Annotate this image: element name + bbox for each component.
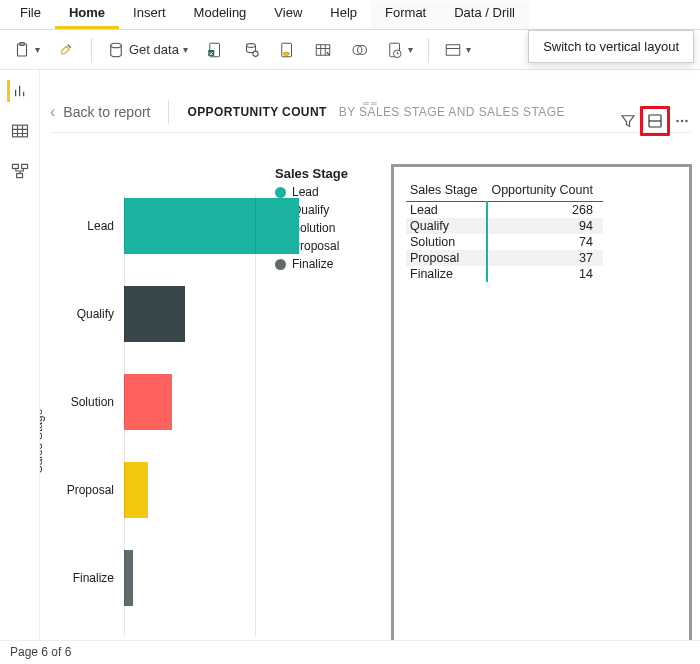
enter-data-button[interactable] (309, 38, 337, 62)
switch-layout-button[interactable] (645, 111, 665, 131)
data-hub-icon (242, 41, 260, 59)
database-icon (107, 41, 125, 59)
model-view-button[interactable] (9, 160, 31, 182)
paste-button[interactable]: ▾ (8, 38, 45, 62)
bar-category-label: Finalize (54, 571, 124, 585)
bar-row[interactable]: Lead (124, 196, 299, 256)
bar-row[interactable]: Solution (124, 372, 172, 432)
ribbon: ▾ Get data ▾ (0, 30, 700, 70)
table-header[interactable]: Opportunity Count (487, 181, 602, 202)
svg-point-21 (681, 120, 683, 122)
bar-row[interactable]: Qualify (124, 284, 185, 344)
cell-count: 94 (487, 218, 602, 234)
chevron-down-icon: ▾ (466, 44, 471, 55)
table-row[interactable]: Lead268 (406, 202, 603, 219)
drag-handle[interactable]: ══ (351, 100, 391, 106)
status-bar: Page 6 of 6 (0, 640, 700, 664)
tooltip: Switch to vertical layout (528, 30, 694, 63)
enter-data-icon (314, 41, 332, 59)
data-view-button[interactable] (9, 120, 31, 142)
menu-modeling[interactable]: Modeling (180, 1, 261, 29)
menu-home[interactable]: Home (55, 1, 119, 29)
excel-icon (206, 41, 224, 59)
back-to-report-link[interactable]: ‹ Back to report (50, 103, 150, 121)
menu-data-drill[interactable]: Data / Drill (440, 1, 529, 29)
menu-format[interactable]: Format (371, 1, 440, 29)
cell-stage: Proposal (406, 250, 487, 266)
chevron-down-icon: ▾ (35, 44, 40, 55)
tooltip-text: Switch to vertical layout (543, 39, 679, 54)
table-row[interactable]: Solution74 (406, 234, 603, 250)
ribbon-separator (91, 38, 92, 62)
svg-rect-15 (12, 125, 27, 137)
svg-point-22 (685, 120, 687, 122)
recent-icon (386, 41, 404, 59)
cell-stage: Finalize (406, 266, 487, 282)
sql-button[interactable] (273, 38, 301, 62)
nav-rail (0, 70, 40, 640)
bar-row[interactable]: Proposal (124, 460, 148, 520)
table-row[interactable]: Proposal37 (406, 250, 603, 266)
data-table-pane[interactable]: Sales StageOpportunity Count Lead268Qual… (391, 164, 692, 640)
table-row[interactable]: Qualify94 (406, 218, 603, 234)
more-options-button[interactable] (672, 111, 692, 131)
menu-insert[interactable]: Insert (119, 1, 180, 29)
separator (168, 100, 169, 124)
chart-area[interactable]: Sales Stage LeadQualifySolutionProposalF… (50, 176, 330, 640)
chart-pane: Sales Stage LeadQualifySolutionProposalF… (50, 164, 385, 640)
svg-point-6 (253, 51, 258, 56)
chevron-left-icon: ‹ (50, 103, 55, 121)
bar-rect (124, 374, 172, 430)
gridline (255, 194, 256, 636)
page-indicator: Page 6 of 6 (10, 645, 71, 659)
visual-title: OPPORTUNITY COUNT (187, 105, 326, 119)
visual-content: Sales Stage LeadQualifySolutionProposalF… (50, 164, 692, 640)
menu-file[interactable]: File (6, 1, 55, 29)
bar-category-label: Proposal (54, 483, 124, 497)
bar-rect (124, 286, 185, 342)
dataverse-button[interactable] (345, 38, 373, 62)
format-painter-button[interactable] (53, 38, 81, 62)
svg-point-20 (676, 120, 678, 122)
table-row[interactable]: Finalize14 (406, 266, 603, 282)
bar-rect (124, 550, 133, 606)
excel-source-button[interactable] (201, 38, 229, 62)
chevron-down-icon: ▾ (183, 44, 188, 55)
menu-help[interactable]: Help (316, 1, 371, 29)
report-view-button[interactable] (7, 80, 29, 102)
svg-rect-17 (21, 164, 27, 168)
cell-stage: Qualify (406, 218, 487, 234)
bar-category-label: Qualify (54, 307, 124, 321)
bar-rect (124, 198, 299, 254)
chevron-down-icon: ▾ (408, 44, 413, 55)
format-painter-icon (58, 41, 76, 59)
gridline (124, 194, 125, 636)
filter-button[interactable] (618, 111, 638, 131)
chart-x-axis: 0200 (124, 636, 320, 640)
cell-count: 14 (487, 266, 602, 282)
svg-point-8 (283, 52, 289, 55)
clipboard-icon (13, 41, 31, 59)
bar-row[interactable]: Finalize (124, 548, 133, 608)
svg-rect-4 (208, 50, 214, 56)
menu-view[interactable]: View (260, 1, 316, 29)
chart-y-axis-label: Sales Stage (40, 409, 45, 474)
highlight-box (640, 106, 670, 136)
bar-category-label: Solution (54, 395, 124, 409)
table-header[interactable]: Sales Stage (406, 181, 487, 202)
dataverse-icon (350, 41, 368, 59)
cell-stage: Solution (406, 234, 487, 250)
bar-rect (124, 462, 148, 518)
get-data-button[interactable]: Get data ▾ (102, 38, 193, 62)
recent-sources-button[interactable]: ▾ (381, 38, 418, 62)
datahub-button[interactable] (237, 38, 265, 62)
data-table: Sales StageOpportunity Count Lead268Qual… (406, 181, 603, 282)
svg-point-2 (111, 43, 122, 48)
bar-category-label: Lead (54, 219, 124, 233)
canvas: ══ ‹ (50, 100, 692, 640)
app-body: ══ ‹ (0, 70, 700, 640)
top-menu: FileHomeInsertModelingViewHelpFormatData… (0, 0, 700, 30)
transform-data-button[interactable]: ▾ (439, 38, 476, 62)
get-data-label: Get data (129, 42, 179, 57)
ribbon-separator (428, 38, 429, 62)
